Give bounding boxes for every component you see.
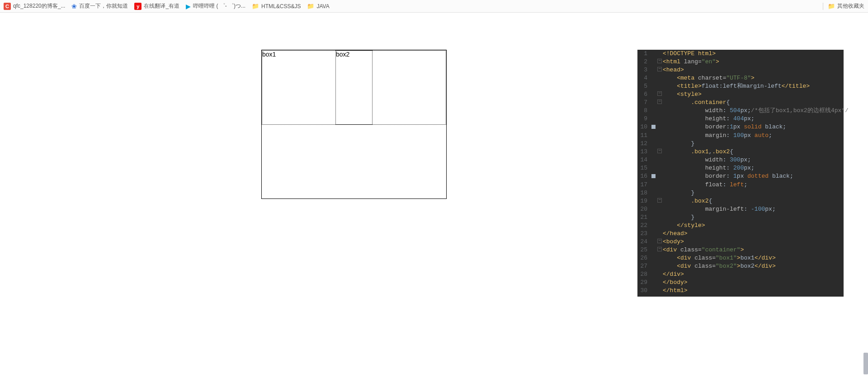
line-number[interactable]: 7: [637, 99, 650, 107]
line-number[interactable]: 26: [637, 254, 650, 262]
bookmark-item-youdao[interactable]: y 在线翻译_有道: [134, 2, 179, 10]
bookmark-folder-other[interactable]: 📁 其他收藏夹: [828, 2, 864, 10]
code-line[interactable]: 18 }: [637, 189, 844, 197]
code-text[interactable]: <body>: [663, 238, 844, 246]
code-text[interactable]: height: 404px;: [663, 115, 844, 123]
line-number[interactable]: 23: [637, 230, 650, 238]
code-line[interactable]: 24<body>: [637, 238, 844, 246]
code-line[interactable]: 17 float: left;: [637, 181, 844, 189]
bookmark-item-baidu[interactable]: ❀ 百度一下，你就知道: [71, 2, 128, 10]
code-text[interactable]: }: [663, 189, 844, 197]
code-line[interactable]: 28</div>: [637, 270, 844, 279]
code-line[interactable]: 26 <div class="box1">box1</div>: [637, 254, 844, 262]
code-line[interactable]: 16 border: 1px dotted black;: [637, 172, 844, 181]
code-line[interactable]: 22 </style>: [637, 222, 844, 230]
code-line[interactable]: 21 }: [637, 213, 844, 222]
line-number[interactable]: 4: [637, 74, 650, 82]
line-number[interactable]: 9: [637, 115, 650, 123]
code-text[interactable]: .container{: [663, 99, 844, 107]
code-text[interactable]: <html lang="en">: [663, 58, 844, 66]
code-line[interactable]: 30</html>: [637, 287, 844, 295]
line-number[interactable]: 27: [637, 262, 650, 270]
code-text[interactable]: margin: 100px auto;: [663, 132, 844, 140]
line-number[interactable]: 17: [637, 181, 650, 189]
code-line[interactable]: 11 margin: 100px auto;: [637, 132, 844, 140]
code-line[interactable]: 14 width: 300px;: [637, 156, 844, 164]
code-line[interactable]: 5 <title>float:left和margin-left</title>: [637, 82, 844, 90]
bookmark-folder-htmlcssjs[interactable]: 📁 HTML&CSS&JS: [252, 3, 301, 9]
code-text[interactable]: <title>float:left和margin-left</title>: [663, 82, 844, 90]
code-line[interactable]: 10 border:1px solid black;: [637, 123, 844, 132]
code-line[interactable]: 7 .container{: [637, 99, 844, 107]
code-text[interactable]: <head>: [663, 66, 844, 74]
line-number[interactable]: 3: [637, 66, 650, 74]
fold-toggle[interactable]: [656, 246, 663, 254]
code-text[interactable]: }: [663, 140, 844, 148]
code-line[interactable]: 13 .box1,.box2{: [637, 148, 844, 156]
fold-toggle[interactable]: [656, 90, 663, 99]
line-number[interactable]: 1: [637, 50, 650, 58]
code-text[interactable]: </div>: [663, 270, 844, 279]
code-line[interactable]: 15 height: 200px;: [637, 164, 844, 172]
code-line[interactable]: 25<div class="container">: [637, 246, 844, 254]
code-text[interactable]: .box1,.box2{: [663, 148, 844, 156]
line-number[interactable]: 20: [637, 205, 650, 213]
code-line[interactable]: 2<html lang="en">: [637, 58, 844, 66]
fold-toggle[interactable]: [656, 99, 663, 107]
code-line[interactable]: 6 <style>: [637, 90, 844, 99]
code-text[interactable]: .box2{: [663, 197, 844, 205]
line-number[interactable]: 2: [637, 58, 650, 66]
code-text[interactable]: </head>: [663, 230, 844, 238]
code-line[interactable]: 19 .box2{: [637, 197, 844, 205]
line-number[interactable]: 10: [637, 123, 650, 132]
line-number[interactable]: 18: [637, 189, 650, 197]
code-text[interactable]: <meta charset="UTF-8">: [663, 74, 844, 82]
line-number[interactable]: 30: [637, 287, 650, 295]
code-text[interactable]: </body>: [663, 279, 844, 287]
code-editor[interactable]: 1<!DOCTYPE html>2<html lang="en">3<head>…: [637, 50, 844, 297]
line-number[interactable]: 5: [637, 82, 650, 90]
code-text[interactable]: <!DOCTYPE html>: [663, 50, 844, 58]
line-number[interactable]: 12: [637, 140, 650, 148]
fold-toggle[interactable]: [656, 58, 663, 66]
bookmark-item-blog[interactable]: C qfc_128220的博客_...: [4, 2, 65, 10]
code-text[interactable]: <div class="box2">box2</div>: [663, 262, 844, 270]
code-line[interactable]: 3<head>: [637, 66, 844, 74]
line-number[interactable]: 6: [637, 90, 650, 99]
code-text[interactable]: width: 300px;: [663, 156, 844, 164]
fold-toggle[interactable]: [656, 197, 663, 205]
code-line[interactable]: 1<!DOCTYPE html>: [637, 50, 844, 58]
code-line[interactable]: 4 <meta charset="UTF-8">: [637, 74, 844, 82]
code-text[interactable]: margin-left: -100px;: [663, 205, 844, 213]
code-text[interactable]: }: [663, 213, 844, 222]
code-text[interactable]: </style>: [663, 222, 844, 230]
code-text[interactable]: float: left;: [663, 181, 844, 189]
code-line[interactable]: 12 }: [637, 140, 844, 148]
code-text[interactable]: height: 200px;: [663, 164, 844, 172]
line-number[interactable]: 8: [637, 107, 650, 115]
fold-toggle[interactable]: [656, 66, 663, 74]
line-number[interactable]: 15: [637, 164, 650, 172]
code-text[interactable]: width: 504px;/*包括了box1,box2的边框线4px*/: [663, 107, 849, 115]
code-line[interactable]: 9 height: 404px;: [637, 115, 844, 123]
line-number[interactable]: 16: [637, 172, 650, 181]
fold-toggle[interactable]: [656, 238, 663, 246]
code-line[interactable]: 23</head>: [637, 230, 844, 238]
code-text[interactable]: border: 1px dotted black;: [663, 172, 844, 181]
line-number[interactable]: 29: [637, 279, 650, 287]
line-number[interactable]: 22: [637, 222, 650, 230]
bookmark-folder-java[interactable]: 📁 JAVA: [307, 3, 329, 9]
line-number[interactable]: 11: [637, 132, 650, 140]
code-line[interactable]: 20 margin-left: -100px;: [637, 205, 844, 213]
code-text[interactable]: border:1px solid black;: [663, 123, 844, 132]
line-number[interactable]: 25: [637, 246, 650, 254]
code-text[interactable]: </html>: [663, 287, 844, 295]
line-number[interactable]: 19: [637, 197, 650, 205]
line-number[interactable]: 24: [637, 238, 650, 246]
line-number[interactable]: 13: [637, 148, 650, 156]
code-line[interactable]: 29</body>: [637, 279, 844, 287]
code-line[interactable]: 27 <div class="box2">box2</div>: [637, 262, 844, 270]
code-text[interactable]: <div class="container">: [663, 246, 844, 254]
code-text[interactable]: <div class="box1">box1</div>: [663, 254, 844, 262]
bookmark-item-bilibili[interactable]: ▶ 哔哩哔哩 ( ゜- ゜)つ...: [186, 2, 245, 10]
